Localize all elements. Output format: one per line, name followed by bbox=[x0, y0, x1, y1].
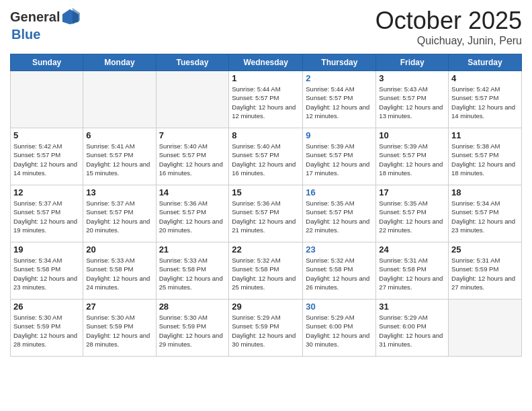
calendar-cell: 10Sunrise: 5:39 AM Sunset: 5:57 PM Dayli… bbox=[376, 128, 449, 185]
title-block: October 2025 Quichuay, Junin, Peru bbox=[375, 7, 522, 47]
svg-marker-1 bbox=[73, 8, 80, 24]
calendar-cell: 13Sunrise: 5:37 AM Sunset: 5:57 PM Dayli… bbox=[83, 185, 156, 242]
day-info: Sunrise: 5:37 AM Sunset: 5:57 PM Dayligh… bbox=[86, 199, 152, 234]
calendar-cell: 2Sunrise: 5:44 AM Sunset: 5:57 PM Daylig… bbox=[303, 71, 376, 128]
day-info: Sunrise: 5:34 AM Sunset: 5:57 PM Dayligh… bbox=[451, 199, 519, 234]
calendar-cell: 5Sunrise: 5:42 AM Sunset: 5:57 PM Daylig… bbox=[11, 128, 83, 185]
calendar-cell: 24Sunrise: 5:31 AM Sunset: 5:58 PM Dayli… bbox=[376, 242, 449, 300]
calendar-cell: 9Sunrise: 5:39 AM Sunset: 5:57 PM Daylig… bbox=[303, 128, 376, 185]
calendar-cell: 26Sunrise: 5:30 AM Sunset: 5:59 PM Dayli… bbox=[11, 300, 83, 357]
day-info: Sunrise: 5:29 AM Sunset: 6:00 PM Dayligh… bbox=[306, 313, 373, 349]
day-info: Sunrise: 5:38 AM Sunset: 5:57 PM Dayligh… bbox=[451, 142, 519, 177]
day-info: Sunrise: 5:35 AM Sunset: 5:57 PM Dayligh… bbox=[306, 199, 373, 234]
calendar-week-5: 26Sunrise: 5:30 AM Sunset: 5:59 PM Dayli… bbox=[11, 300, 522, 357]
logo-general: General bbox=[10, 9, 60, 25]
day-info: Sunrise: 5:30 AM Sunset: 5:59 PM Dayligh… bbox=[159, 313, 226, 349]
day-info: Sunrise: 5:34 AM Sunset: 5:58 PM Dayligh… bbox=[13, 256, 80, 291]
day-info: Sunrise: 5:36 AM Sunset: 5:57 PM Dayligh… bbox=[159, 199, 226, 234]
calendar-week-3: 12Sunrise: 5:37 AM Sunset: 5:57 PM Dayli… bbox=[11, 185, 522, 242]
day-info: Sunrise: 5:39 AM Sunset: 5:57 PM Dayligh… bbox=[379, 142, 445, 177]
header-monday: Monday bbox=[83, 54, 156, 71]
day-info: Sunrise: 5:29 AM Sunset: 6:00 PM Dayligh… bbox=[379, 313, 445, 349]
day-info: Sunrise: 5:36 AM Sunset: 5:57 PM Dayligh… bbox=[232, 199, 300, 234]
calendar-cell: 1Sunrise: 5:44 AM Sunset: 5:57 PM Daylig… bbox=[229, 71, 303, 128]
location-title: Quichuay, Junin, Peru bbox=[375, 35, 522, 47]
calendar-cell: 7Sunrise: 5:40 AM Sunset: 5:57 PM Daylig… bbox=[156, 128, 229, 185]
calendar-cell bbox=[449, 300, 522, 357]
calendar-cell bbox=[156, 71, 229, 128]
calendar-cell: 15Sunrise: 5:36 AM Sunset: 5:57 PM Dayli… bbox=[229, 185, 303, 242]
logo-icon bbox=[61, 7, 80, 26]
calendar-cell: 12Sunrise: 5:37 AM Sunset: 5:57 PM Dayli… bbox=[11, 185, 83, 242]
day-info: Sunrise: 5:31 AM Sunset: 5:59 PM Dayligh… bbox=[451, 256, 519, 291]
calendar-cell: 25Sunrise: 5:31 AM Sunset: 5:59 PM Dayli… bbox=[449, 242, 522, 300]
day-info: Sunrise: 5:32 AM Sunset: 5:58 PM Dayligh… bbox=[232, 256, 300, 291]
calendar-cell: 30Sunrise: 5:29 AM Sunset: 6:00 PM Dayli… bbox=[303, 300, 376, 357]
day-info: Sunrise: 5:31 AM Sunset: 5:58 PM Dayligh… bbox=[379, 256, 445, 291]
calendar-cell: 23Sunrise: 5:32 AM Sunset: 5:58 PM Dayli… bbox=[303, 242, 376, 300]
calendar-table: Sunday Monday Tuesday Wednesday Thursday… bbox=[10, 54, 522, 357]
calendar-cell: 20Sunrise: 5:33 AM Sunset: 5:58 PM Dayli… bbox=[83, 242, 156, 300]
header-sunday: Sunday bbox=[11, 54, 83, 71]
calendar-cell: 21Sunrise: 5:33 AM Sunset: 5:58 PM Dayli… bbox=[156, 242, 229, 300]
day-info: Sunrise: 5:29 AM Sunset: 5:59 PM Dayligh… bbox=[232, 313, 300, 349]
calendar-cell: 16Sunrise: 5:35 AM Sunset: 5:57 PM Dayli… bbox=[303, 185, 376, 242]
day-info: Sunrise: 5:39 AM Sunset: 5:57 PM Dayligh… bbox=[306, 142, 373, 177]
day-info: Sunrise: 5:33 AM Sunset: 5:58 PM Dayligh… bbox=[86, 256, 152, 291]
calendar-cell: 19Sunrise: 5:34 AM Sunset: 5:58 PM Dayli… bbox=[11, 242, 83, 300]
calendar-cell: 11Sunrise: 5:38 AM Sunset: 5:57 PM Dayli… bbox=[449, 128, 522, 185]
calendar-cell: 6Sunrise: 5:41 AM Sunset: 5:57 PM Daylig… bbox=[83, 128, 156, 185]
day-info: Sunrise: 5:32 AM Sunset: 5:58 PM Dayligh… bbox=[306, 256, 373, 291]
calendar-week-2: 5Sunrise: 5:42 AM Sunset: 5:57 PM Daylig… bbox=[11, 128, 522, 185]
header-tuesday: Tuesday bbox=[156, 54, 229, 71]
day-info: Sunrise: 5:42 AM Sunset: 5:57 PM Dayligh… bbox=[451, 85, 519, 120]
calendar-cell: 8Sunrise: 5:40 AM Sunset: 5:57 PM Daylig… bbox=[229, 128, 303, 185]
weekday-header-row: Sunday Monday Tuesday Wednesday Thursday… bbox=[11, 54, 522, 71]
calendar-cell: 22Sunrise: 5:32 AM Sunset: 5:58 PM Dayli… bbox=[229, 242, 303, 300]
day-info: Sunrise: 5:41 AM Sunset: 5:57 PM Dayligh… bbox=[86, 142, 152, 177]
calendar-cell: 18Sunrise: 5:34 AM Sunset: 5:57 PM Dayli… bbox=[449, 185, 522, 242]
calendar-cell: 17Sunrise: 5:35 AM Sunset: 5:57 PM Dayli… bbox=[376, 185, 449, 242]
day-info: Sunrise: 5:33 AM Sunset: 5:58 PM Dayligh… bbox=[159, 256, 226, 291]
calendar-cell: 4Sunrise: 5:42 AM Sunset: 5:57 PM Daylig… bbox=[449, 71, 522, 128]
day-info: Sunrise: 5:43 AM Sunset: 5:57 PM Dayligh… bbox=[379, 85, 445, 120]
page-header: General Blue October 2025 Quichuay, Juni… bbox=[10, 7, 522, 47]
day-info: Sunrise: 5:35 AM Sunset: 5:57 PM Dayligh… bbox=[379, 199, 445, 234]
calendar-cell: 27Sunrise: 5:30 AM Sunset: 5:59 PM Dayli… bbox=[83, 300, 156, 357]
day-info: Sunrise: 5:37 AM Sunset: 5:57 PM Dayligh… bbox=[13, 199, 80, 234]
calendar-cell bbox=[83, 71, 156, 128]
day-info: Sunrise: 5:44 AM Sunset: 5:57 PM Dayligh… bbox=[232, 85, 300, 120]
calendar-cell: 3Sunrise: 5:43 AM Sunset: 5:57 PM Daylig… bbox=[376, 71, 449, 128]
header-thursday: Thursday bbox=[303, 54, 376, 71]
calendar-week-4: 19Sunrise: 5:34 AM Sunset: 5:58 PM Dayli… bbox=[11, 242, 522, 300]
header-wednesday: Wednesday bbox=[229, 54, 303, 71]
day-info: Sunrise: 5:40 AM Sunset: 5:57 PM Dayligh… bbox=[232, 142, 300, 177]
calendar-week-1: 1Sunrise: 5:44 AM Sunset: 5:57 PM Daylig… bbox=[11, 71, 522, 128]
calendar-cell: 29Sunrise: 5:29 AM Sunset: 5:59 PM Dayli… bbox=[229, 300, 303, 357]
calendar-cell: 28Sunrise: 5:30 AM Sunset: 5:59 PM Dayli… bbox=[156, 300, 229, 357]
calendar-cell: 31Sunrise: 5:29 AM Sunset: 6:00 PM Dayli… bbox=[376, 300, 449, 357]
header-saturday: Saturday bbox=[449, 54, 522, 71]
day-info: Sunrise: 5:44 AM Sunset: 5:57 PM Dayligh… bbox=[306, 85, 373, 120]
month-title: October 2025 bbox=[375, 7, 522, 35]
calendar-cell bbox=[11, 71, 83, 128]
day-info: Sunrise: 5:40 AM Sunset: 5:57 PM Dayligh… bbox=[159, 142, 226, 177]
day-info: Sunrise: 5:42 AM Sunset: 5:57 PM Dayligh… bbox=[13, 142, 80, 177]
header-friday: Friday bbox=[376, 54, 449, 71]
day-info: Sunrise: 5:30 AM Sunset: 5:59 PM Dayligh… bbox=[86, 313, 152, 349]
logo-text: General Blue bbox=[10, 7, 80, 42]
logo: General Blue bbox=[10, 7, 80, 42]
logo-blue: Blue bbox=[11, 27, 40, 42]
calendar-cell: 14Sunrise: 5:36 AM Sunset: 5:57 PM Dayli… bbox=[156, 185, 229, 242]
day-info: Sunrise: 5:30 AM Sunset: 5:59 PM Dayligh… bbox=[13, 313, 80, 349]
